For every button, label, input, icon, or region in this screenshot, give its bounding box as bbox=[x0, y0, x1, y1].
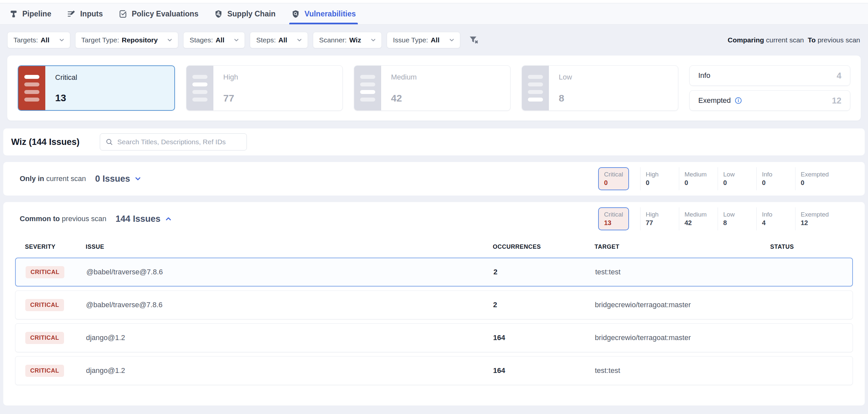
filter-targets[interactable]: Targets: All bbox=[7, 32, 70, 48]
target-cell: bridgecrewio/terragoat:master bbox=[595, 301, 771, 309]
filter-clear-icon[interactable] bbox=[467, 33, 480, 47]
issue-cell: django@1.2 bbox=[86, 366, 493, 375]
table-row[interactable]: CRITICAL django@1.2 164 test:test bbox=[15, 356, 853, 385]
severity-cards-panel: Critical 13 High 77 Medium 42 Low 8 I bbox=[7, 56, 861, 121]
chip-label: Info bbox=[762, 211, 772, 218]
issues-count: 144 Issues bbox=[116, 214, 160, 224]
only-in-current-scan-section: Only in current scan 0 Issues Critical 0… bbox=[3, 162, 865, 196]
chip-low[interactable]: Low 0 bbox=[723, 171, 735, 187]
occurrences-cell: 2 bbox=[493, 301, 595, 309]
tab-inputs[interactable]: Inputs bbox=[67, 3, 103, 24]
chip-critical[interactable]: Critical 0 bbox=[598, 167, 629, 190]
filter-value: All bbox=[41, 36, 50, 44]
severity-level-icon bbox=[186, 66, 213, 110]
table-row[interactable]: CRITICAL @babel/traverse@7.8.6 2 bridgec… bbox=[15, 291, 853, 319]
severity-card-label: Critical bbox=[55, 73, 174, 82]
search-icon bbox=[105, 138, 113, 146]
chevron-down-icon bbox=[234, 37, 239, 43]
chip-high[interactable]: High 0 bbox=[646, 171, 658, 187]
chip-exempted[interactable]: Exempted 0 bbox=[801, 171, 829, 187]
chip-low[interactable]: Low 8 bbox=[723, 211, 735, 227]
chevron-down-icon bbox=[134, 175, 142, 183]
filter-steps[interactable]: Steps: All bbox=[250, 32, 308, 48]
chip-info[interactable]: Info 0 bbox=[762, 171, 772, 187]
scan-label-bold: Only in bbox=[20, 175, 44, 183]
chip-value: 77 bbox=[646, 219, 658, 227]
chip-exempted[interactable]: Exempted 12 bbox=[801, 211, 829, 227]
issue-cell: django@1.2 bbox=[86, 333, 493, 342]
target-cell: test:test bbox=[595, 268, 771, 276]
side-card-count: 4 bbox=[837, 71, 841, 81]
severity-badge: CRITICAL bbox=[25, 332, 64, 344]
comparing-scans-label: Comparing current scan To previous scan bbox=[728, 36, 860, 44]
chip-medium[interactable]: Medium 0 bbox=[684, 171, 707, 187]
table-row[interactable]: CRITICAL @babel/traverse@7.8.6 2 test:te… bbox=[15, 258, 853, 287]
chip-medium[interactable]: Medium 42 bbox=[684, 211, 707, 227]
filter-value: All bbox=[216, 36, 224, 44]
severity-card-high[interactable]: High 77 bbox=[186, 65, 343, 111]
target-cell: bridgecrewio/terragoat:master bbox=[595, 333, 771, 342]
chip-value: 42 bbox=[684, 219, 707, 227]
severity-card-critical[interactable]: Critical 13 bbox=[18, 65, 175, 111]
severity-card-count: 8 bbox=[559, 93, 678, 104]
filter-value: All bbox=[431, 36, 440, 44]
filter-stages[interactable]: Stages: All bbox=[183, 32, 245, 48]
comparing-current[interactable]: current scan bbox=[766, 36, 804, 44]
column-header-severity: SEVERITY bbox=[25, 243, 86, 250]
chip-critical[interactable]: Critical 13 bbox=[598, 207, 629, 230]
scan-label-bold: Common to bbox=[20, 214, 60, 223]
chip-info[interactable]: Info 4 bbox=[762, 211, 772, 227]
filter-label: Stages: bbox=[189, 36, 213, 44]
side-card-label: Info bbox=[698, 71, 710, 80]
tab-pipeline[interactable]: Pipeline bbox=[9, 3, 51, 24]
policy-evaluations-icon bbox=[119, 9, 127, 19]
search-box[interactable] bbox=[100, 134, 247, 150]
chip-high[interactable]: High 77 bbox=[646, 211, 658, 227]
occurrences-cell: 2 bbox=[493, 268, 595, 276]
scan-label-rest: previous scan bbox=[62, 214, 106, 223]
chip-label: Exempted bbox=[801, 211, 829, 218]
issue-cell: @babel/traverse@7.8.6 bbox=[86, 268, 493, 276]
table-row[interactable]: CRITICAL django@1.2 164 bridgecrewio/ter… bbox=[15, 323, 853, 352]
info-icon[interactable] bbox=[735, 97, 742, 104]
filter-issue-type[interactable]: Issue Type: All bbox=[387, 32, 460, 48]
chip-value: 0 bbox=[762, 179, 772, 187]
tab-supply-chain[interactable]: Supply Chain bbox=[214, 3, 275, 24]
severity-badge: CRITICAL bbox=[25, 365, 64, 377]
severity-card-info[interactable]: Info 4 bbox=[689, 65, 850, 86]
only-in-issues-toggle[interactable]: 0 Issues bbox=[95, 174, 142, 184]
tab-label: Policy Evaluations bbox=[132, 9, 198, 19]
scan-label-rest: current scan bbox=[46, 175, 86, 183]
comparing-previous[interactable]: previous scan bbox=[817, 36, 860, 44]
filter-label: Targets: bbox=[13, 36, 38, 44]
chevron-down-icon bbox=[370, 37, 376, 43]
occurrences-cell: 164 bbox=[493, 366, 595, 375]
tab-label: Pipeline bbox=[22, 9, 51, 19]
tab-policy-evaluations[interactable]: Policy Evaluations bbox=[119, 3, 198, 24]
common-to-previous-scan-section: Common to previous scan 144 Issues Criti… bbox=[3, 202, 865, 406]
chip-value: 13 bbox=[604, 219, 623, 227]
target-cell: test:test bbox=[595, 366, 771, 375]
severity-card-exempted[interactable]: Exempted 12 bbox=[689, 90, 850, 111]
search-input[interactable] bbox=[117, 138, 241, 146]
chevron-up-icon bbox=[164, 215, 172, 223]
severity-card-count: 42 bbox=[391, 93, 510, 104]
tab-label: Vulnerabilities bbox=[304, 9, 355, 19]
severity-level-icon bbox=[522, 66, 549, 110]
severity-card-medium[interactable]: Medium 42 bbox=[354, 65, 510, 111]
chip-label: Critical bbox=[604, 171, 623, 178]
pipeline-icon bbox=[9, 9, 18, 19]
chip-label: High bbox=[646, 171, 658, 178]
filter-target-type[interactable]: Target Type: Repository bbox=[75, 32, 179, 48]
common-to-issues-toggle[interactable]: 144 Issues bbox=[116, 214, 172, 224]
severity-card-low[interactable]: Low 8 bbox=[522, 65, 678, 111]
severity-card-label: Medium bbox=[391, 73, 510, 82]
tab-vulnerabilities[interactable]: Vulnerabilities bbox=[291, 3, 355, 24]
chip-value: 4 bbox=[762, 219, 772, 227]
filter-scanner[interactable]: Scanner: Wiz bbox=[313, 32, 382, 48]
chip-value: 0 bbox=[684, 179, 707, 187]
scanner-title: Wiz (144 Issues) bbox=[11, 137, 80, 147]
comparing-to: To bbox=[808, 36, 815, 44]
issue-cell: @babel/traverse@7.8.6 bbox=[86, 301, 493, 309]
filter-label: Steps: bbox=[256, 36, 276, 44]
